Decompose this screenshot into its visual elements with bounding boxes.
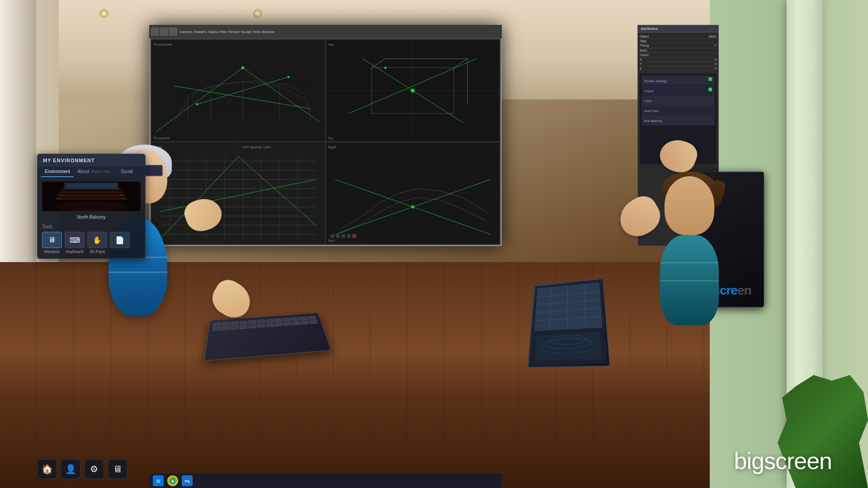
svg-point-13	[288, 76, 289, 78]
svg-text:Grid Spacing: 100m: Grid Spacing: 100m	[243, 145, 271, 149]
tab-about[interactable]: About Room Priv...	[74, 167, 117, 177]
chrome-taskbar-btn[interactable]: ●	[167, 475, 178, 486]
key-2	[222, 322, 230, 326]
svg-text:Render Settings: Render Settings	[644, 80, 667, 83]
svg-rect-60	[336, 234, 340, 238]
toolbar-btn-2[interactable]	[160, 28, 168, 36]
svg-text:Top: Top	[328, 42, 334, 47]
svg-point-25	[411, 89, 415, 92]
toolbar-btn-1[interactable]	[151, 28, 159, 36]
svg-text:Output: Output	[644, 89, 654, 93]
key-18	[257, 324, 265, 328]
avatar-right-head	[665, 176, 714, 235]
key-21	[283, 322, 292, 326]
nav-monitor-btn[interactable]: 🖥	[108, 459, 127, 479]
key-11	[300, 316, 308, 320]
key-8	[274, 318, 282, 322]
tab-environment[interactable]: Environment	[41, 167, 74, 177]
keyboard-icon: ⌨	[65, 232, 85, 248]
svg-point-12	[196, 103, 198, 105]
3dpaint-icon: ✋	[87, 232, 107, 248]
env-panel-tabs: Environment About Room Priv... Social	[38, 167, 145, 177]
panel-top: Top Top	[326, 40, 500, 141]
env-name-label: North Balcony	[42, 214, 141, 221]
toolbar-menu: Camera Shaders Tables Filter Render Scul…	[179, 30, 274, 34]
svg-rect-59	[330, 234, 334, 238]
bigscreen-watermark: bigscreen	[734, 447, 832, 474]
svg-point-58	[411, 206, 414, 208]
toolbar-btn-3[interactable]	[169, 28, 177, 36]
svg-rect-76	[708, 77, 712, 81]
tablet-screen	[528, 279, 609, 367]
key-19	[266, 323, 274, 327]
avatar-right-body	[660, 235, 719, 325]
software-toolbar: Camera Shaders Tables Filter Render Scul…	[149, 25, 502, 38]
svg-rect-68	[642, 96, 714, 105]
svg-rect-93	[55, 197, 127, 200]
tools-section: Tools 🖥 Monitors ⌨ Keyboard ✋ 3D Paint	[42, 224, 141, 254]
tools-section-title: Tools	[42, 224, 141, 229]
svg-point-97	[59, 198, 61, 199]
ceiling-light-2	[253, 9, 262, 18]
nav-home-btn[interactable]: 🏠	[37, 459, 57, 479]
svg-text:Anti-Aliasing: Anti-Aliasing	[644, 119, 662, 123]
svg-rect-79	[534, 282, 602, 331]
key-24	[309, 320, 318, 324]
svg-point-92	[55, 202, 127, 211]
svg-text:Right: Right	[328, 145, 337, 149]
svg-text:Multi-Pass: Multi-Pass	[644, 109, 659, 113]
nav-settings-btn[interactable]: ⚙	[84, 459, 104, 479]
key-3	[231, 321, 239, 325]
3dpaint-label: 3D Paint	[90, 249, 105, 254]
env-thumbnail-inner	[42, 182, 141, 211]
tools-grid: 🖥 Monitors ⌨ Keyboard ✋ 3D Paint 📄	[42, 232, 141, 254]
tool-extra[interactable]: 📄	[110, 232, 130, 254]
key-20	[275, 322, 283, 326]
key-9	[283, 318, 291, 322]
svg-rect-102	[66, 183, 116, 188]
nav-user-btn[interactable]: 👤	[61, 459, 80, 479]
tool-keyboard[interactable]: ⌨ Keyboard	[65, 232, 85, 254]
svg-rect-87	[535, 332, 602, 360]
screen-taskbar: ⊞ ● big	[149, 474, 502, 488]
svg-rect-77	[708, 88, 712, 91]
env-thumbnail	[42, 182, 141, 211]
extra-icon: 📄	[110, 232, 130, 248]
svg-point-99	[61, 195, 63, 196]
tab-social[interactable]: Social	[117, 167, 137, 177]
panel-label-4: Right	[328, 239, 335, 242]
svg-rect-61	[341, 234, 345, 238]
key-13	[212, 327, 221, 331]
my-environment-panel: MY ENVIRONMENT Environment About Room Pr…	[37, 154, 146, 259]
env-panel-body: North Balcony Tools 🖥 Monitors ⌨ Keyboar…	[38, 177, 145, 258]
panel-label-2: Top	[328, 136, 333, 140]
panel-perspective: Perspective Perspective	[151, 40, 325, 141]
windows-taskbar-btn[interactable]: ⊞	[153, 475, 164, 486]
key-4	[240, 321, 248, 325]
key-10	[291, 317, 300, 321]
svg-point-26	[384, 67, 386, 69]
key-12	[308, 316, 316, 320]
tool-3dpaint[interactable]: ✋ 3D Paint	[87, 232, 107, 254]
svg-text:Save: Save	[644, 99, 651, 103]
tool-monitors[interactable]: 🖥 Monitors	[42, 232, 62, 254]
key-17	[249, 324, 257, 328]
bigscreen-taskbar-btn[interactable]: big	[182, 475, 193, 486]
key-16	[240, 325, 248, 329]
key-23	[301, 320, 309, 324]
monitors-icon: 🖥	[42, 232, 62, 248]
env-panel-title: MY ENVIRONMENT	[38, 154, 145, 167]
panel-side: Right Right	[326, 142, 500, 244]
nav-bar: 🏠 👤 ⚙ 🖥	[37, 459, 127, 479]
table-tablet	[528, 278, 610, 368]
monitors-label: Monitors	[44, 249, 60, 254]
svg-point-11	[241, 66, 244, 69]
bigscreen-logo-text: bigscreen	[734, 448, 832, 474]
key-22	[292, 321, 301, 325]
key-7	[266, 319, 274, 323]
svg-rect-95	[60, 191, 123, 193]
svg-rect-63	[353, 234, 356, 238]
key-15	[231, 325, 239, 329]
key-6	[257, 319, 265, 324]
vr-room-background: Camera Shaders Tables Filter Render Scul…	[0, 0, 868, 488]
